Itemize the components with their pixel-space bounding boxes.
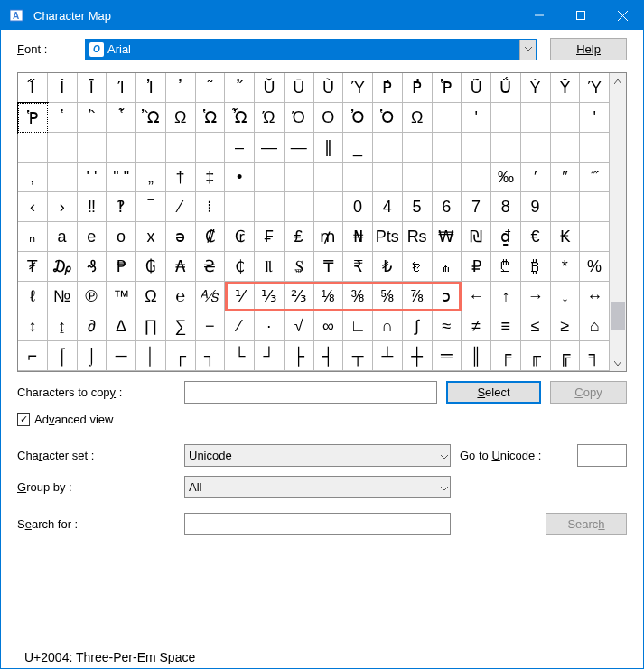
char-cell[interactable]: ┴ <box>373 341 403 371</box>
minimize-button[interactable] <box>518 1 560 30</box>
char-cell[interactable]: ‼ <box>78 192 107 222</box>
char-cell[interactable]: Ω <box>166 103 196 133</box>
char-cell[interactable]: ₼ <box>433 252 462 282</box>
goto-unicode-input[interactable] <box>577 444 627 467</box>
char-cell[interactable]: ⌠ <box>48 341 78 371</box>
char-cell[interactable]: Ω <box>136 282 166 311</box>
char-cell[interactable]: → <box>521 282 551 311</box>
char-cell[interactable]: ║ <box>462 341 491 371</box>
char-cell[interactable]: 9 <box>521 192 551 222</box>
search-input[interactable] <box>184 513 451 535</box>
char-cell[interactable]: Ὡ <box>196 103 226 133</box>
char-cell[interactable] <box>433 163 462 192</box>
char-cell[interactable]: Ῠ <box>551 73 581 103</box>
char-cell[interactable]: ∂ <box>78 311 107 341</box>
char-cell[interactable]: ῟ <box>107 103 136 133</box>
char-cell[interactable]: ‾ <box>136 192 166 222</box>
char-cell[interactable]: ₱ <box>107 252 136 282</box>
char-cell[interactable]: a <box>48 222 78 252</box>
maximize-button[interactable] <box>560 1 602 30</box>
char-cell[interactable] <box>78 133 107 163</box>
char-cell[interactable]: Ī <box>78 73 107 103</box>
char-cell[interactable] <box>48 163 78 192</box>
char-cell[interactable] <box>225 192 255 222</box>
char-cell[interactable]: ₩ <box>433 222 462 252</box>
char-cell[interactable]: ₮ <box>18 252 48 282</box>
char-cell[interactable] <box>580 222 610 252</box>
char-cell[interactable]: " " <box>107 163 136 192</box>
char-cell[interactable]: ‴ <box>580 163 610 192</box>
chars-to-copy-input[interactable] <box>184 381 437 404</box>
char-cell[interactable]: ' <box>580 103 610 133</box>
char-cell[interactable]: ≥ <box>551 311 581 341</box>
char-cell[interactable] <box>48 133 78 163</box>
char-cell[interactable]: ₹ <box>343 252 373 282</box>
char-cell[interactable]: Ί <box>107 73 136 103</box>
char-cell[interactable]: Ρ̓ <box>403 73 433 103</box>
char-cell[interactable] <box>491 103 521 133</box>
char-cell[interactable]: ∑ <box>166 311 196 341</box>
char-cell[interactable]: % <box>580 252 610 282</box>
char-cell[interactable]: ₯ <box>48 252 78 282</box>
scroll-thumb[interactable] <box>611 302 625 330</box>
char-cell[interactable]: ↨ <box>48 311 78 341</box>
char-cell[interactable]: ╒ <box>491 341 521 371</box>
char-cell[interactable]: Ῥ <box>18 103 48 133</box>
char-cell[interactable]: ⅛ <box>314 282 344 311</box>
char-cell[interactable]: ′ <box>521 163 551 192</box>
char-cell[interactable]: ₾ <box>491 252 521 282</box>
select-button[interactable]: Select <box>446 381 541 404</box>
char-cell[interactable]: ≡ <box>491 311 521 341</box>
char-cell[interactable]: Ū <box>285 73 314 103</box>
char-cell[interactable]: ⁄ <box>166 192 196 222</box>
char-cell[interactable]: Ύ <box>343 73 373 103</box>
char-cell[interactable]: ═ <box>433 341 462 371</box>
char-cell[interactable]: Ο <box>314 103 344 133</box>
char-cell[interactable] <box>343 163 373 192</box>
char-cell[interactable]: x <box>136 222 166 252</box>
char-cell[interactable] <box>255 163 285 192</box>
char-cell[interactable]: Ǐ <box>48 73 78 103</box>
char-cell[interactable]: ₽ <box>462 252 491 282</box>
char-cell[interactable]: Ὦ <box>225 103 255 133</box>
char-cell[interactable]: Ὁ <box>373 103 403 133</box>
char-cell[interactable]: ∙ <box>255 311 285 341</box>
char-cell[interactable]: ↕ <box>18 311 48 341</box>
char-cell[interactable]: └ <box>225 341 255 371</box>
groupby-combobox[interactable]: All <box>184 476 451 498</box>
char-cell[interactable]: ≠ <box>462 311 491 341</box>
char-cell[interactable] <box>285 163 314 192</box>
char-cell[interactable]: — <box>255 133 285 163</box>
char-cell[interactable]: ə <box>166 222 196 252</box>
char-cell[interactable]: ┐ <box>196 341 226 371</box>
char-cell[interactable]: ⅜ <box>343 282 373 311</box>
char-cell[interactable]: „ <box>136 163 166 192</box>
char-cell[interactable]: ' <box>462 103 491 133</box>
char-cell[interactable]: ⌡ <box>78 341 107 371</box>
char-cell[interactable] <box>433 133 462 163</box>
char-cell[interactable]: ₰ <box>78 252 107 282</box>
charset-combobox[interactable]: Unicode <box>184 444 451 467</box>
char-cell[interactable] <box>403 133 433 163</box>
char-cell[interactable]: Ύ <box>580 73 610 103</box>
char-cell[interactable]: ┘ <box>255 341 285 371</box>
char-cell[interactable]: ├ <box>285 341 314 371</box>
char-cell[interactable]: ₣ <box>255 222 285 252</box>
char-cell[interactable]: † <box>166 163 196 192</box>
char-cell[interactable]: ₭ <box>551 222 581 252</box>
char-cell[interactable] <box>462 163 491 192</box>
char-cell[interactable]: ⌐ <box>18 341 48 371</box>
char-cell[interactable]: ↔ <box>580 282 610 311</box>
char-cell[interactable]: ⁞ <box>196 192 226 222</box>
char-cell[interactable]: Ώ <box>255 103 285 133</box>
char-cell[interactable]: ™ <box>107 282 136 311</box>
char-cell[interactable] <box>491 133 521 163</box>
char-cell[interactable] <box>551 103 581 133</box>
char-cell[interactable]: ₫ <box>491 222 521 252</box>
char-cell[interactable]: ₦ <box>343 222 373 252</box>
char-cell[interactable]: ‹ <box>18 192 48 222</box>
character-grid[interactable]: Ϊ̃ǏĪΊἸ᾿῀῎ŬŪÙΎΡ̇Ρ̓ῬŨǗÝῨΎῬ῾῍῟ὪΩὩὮΏΌΟὈὉΩ '… <box>18 73 610 371</box>
char-cell[interactable]: ₴ <box>196 252 226 282</box>
char-cell[interactable]: ↄ <box>433 282 462 311</box>
char-cell[interactable]: ⅞ <box>403 282 433 311</box>
